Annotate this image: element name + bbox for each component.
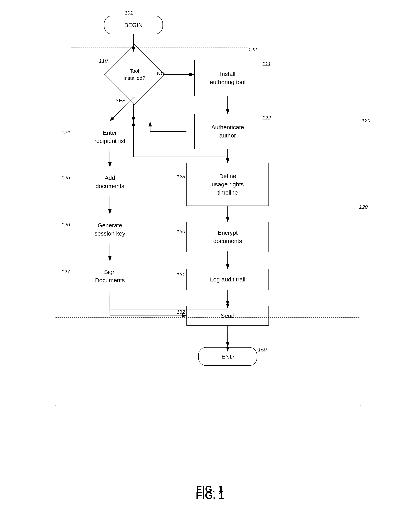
diamond-label: Tool installed?	[124, 67, 145, 82]
figure-caption: FIG. 1	[196, 489, 224, 501]
no-label: NO	[157, 71, 165, 77]
ref-126: 126	[61, 222, 70, 228]
end-node: END	[198, 347, 257, 366]
enter-recipient-label: Enter recipient list	[94, 129, 125, 145]
send-node: Send	[187, 306, 269, 325]
log-audit-label: Log audit trail	[210, 275, 245, 284]
send-label: Send	[221, 312, 234, 320]
ref-111: 111	[262, 61, 271, 67]
ref-101: 101	[125, 10, 133, 16]
install-authoring-node: Install authoring tool	[194, 60, 261, 96]
begin-node: BEGIN	[104, 16, 163, 34]
encrypt-documents-label: Encrypt documents	[213, 229, 242, 245]
encrypt-documents-node: Encrypt documents	[187, 222, 269, 252]
ref-124: 124	[61, 129, 70, 135]
generate-session-node: Generate session key	[71, 214, 149, 245]
ref-127: 127	[61, 269, 70, 275]
enter-recipient-node: Enter recipient list	[71, 122, 149, 152]
ref-150: 150	[258, 347, 267, 353]
yes-label: YES	[115, 98, 126, 104]
define-usage-node: Define usage rights timeline	[187, 163, 269, 206]
ref-131: 131	[177, 272, 185, 278]
ref-125: 125	[61, 175, 70, 181]
add-documents-node: Add documents	[71, 167, 149, 197]
log-audit-node: Log audit trail	[187, 269, 269, 290]
sign-documents-node: Sign Documents	[71, 261, 149, 291]
install-authoring-label: Install authoring tool	[210, 70, 246, 86]
begin-label: BEGIN	[124, 21, 142, 29]
ref-132: 132	[177, 309, 185, 315]
add-documents-label: Add documents	[96, 174, 124, 190]
ref-120b: 120	[362, 118, 370, 124]
diagram: 122 120 BEGIN 101 Tool installed? 110 NO…	[39, 8, 381, 498]
ref-128: 128	[177, 174, 185, 180]
ref-115: 122	[248, 47, 257, 53]
define-usage-label: Define usage rights timeline	[211, 172, 244, 197]
diamond-tool-installed: Tool installed?	[106, 52, 163, 97]
end-label: END	[221, 353, 234, 361]
generate-session-label: Generate session key	[95, 221, 125, 238]
sign-documents-label: Sign Documents	[95, 268, 125, 284]
ref-130: 130	[177, 229, 185, 235]
ref-110: 110	[99, 58, 108, 64]
